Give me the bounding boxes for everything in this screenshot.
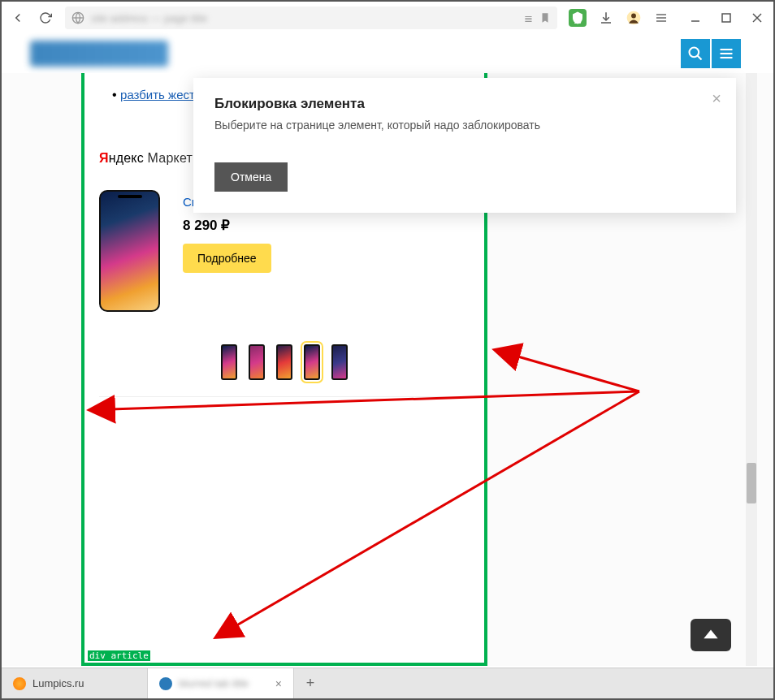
thumbnail[interactable]: [221, 344, 237, 380]
search-button[interactable]: [681, 39, 710, 68]
article-link[interactable]: разбить жестк: [120, 88, 200, 102]
product-image[interactable]: [99, 190, 160, 312]
reload-button[interactable]: [37, 10, 54, 26]
globe-icon: [71, 11, 84, 24]
tab-title: blurred tab title: [179, 677, 249, 689]
svg-marker-17: [704, 630, 717, 639]
window-minimize-button[interactable]: [687, 10, 704, 26]
thumbnail[interactable]: [331, 344, 348, 380]
yandex-market-logo[interactable]: Яндекс Маркет: [99, 151, 193, 166]
dialog-subtitle: Выберите на странице элемент, который на…: [214, 119, 715, 132]
tab-active[interactable]: blurred tab title ×: [148, 668, 294, 698]
element-selector-tag: div article: [88, 650, 150, 661]
favicon: [159, 677, 172, 690]
svg-point-4: [631, 14, 636, 19]
bookmark-icon[interactable]: [539, 12, 551, 24]
adblock-extension-icon[interactable]: 16: [569, 9, 587, 27]
svg-line-13: [698, 56, 702, 60]
tab-close-icon[interactable]: ×: [275, 677, 282, 690]
product-price: 8 290 ₽: [183, 217, 363, 234]
tab-title: Lumpics.ru: [32, 677, 84, 689]
thumbnail[interactable]: [276, 344, 292, 380]
tab[interactable]: Lumpics.ru: [2, 668, 148, 698]
product-thumbnails: [99, 344, 470, 397]
address-bar[interactable]: site address — page title ≣: [65, 6, 557, 29]
tab-strip: Lumpics.ru blurred tab title × +: [2, 668, 773, 698]
site-logo[interactable]: [30, 41, 168, 67]
scroll-to-top-button[interactable]: [691, 619, 731, 651]
profile-button[interactable]: [626, 10, 642, 26]
hamburger-menu-button[interactable]: [712, 39, 741, 68]
block-element-dialog: × Блокировка элемента Выберите на страни…: [193, 78, 736, 213]
menu-button[interactable]: [653, 10, 669, 26]
reader-mode-icon[interactable]: ≣: [524, 12, 533, 24]
address-text: site address — page title: [91, 12, 517, 24]
svg-point-12: [690, 48, 699, 58]
close-icon[interactable]: ×: [712, 89, 721, 108]
back-button[interactable]: [10, 10, 26, 26]
favicon: [13, 677, 26, 690]
window-maximize-button[interactable]: [718, 10, 734, 26]
cancel-button[interactable]: Отмена: [214, 162, 288, 192]
thumbnail-selected[interactable]: [304, 344, 320, 380]
thumbnail[interactable]: [249, 344, 265, 380]
browser-toolbar: site address — page title ≣ 16: [2, 2, 773, 34]
scrollbar-thumb[interactable]: [747, 463, 756, 503]
details-button[interactable]: Подробнее: [183, 244, 271, 273]
vertical-scrollbar[interactable]: [746, 73, 757, 666]
downloads-button[interactable]: [598, 10, 614, 26]
site-header: [2, 34, 773, 73]
window-close-button[interactable]: [749, 10, 765, 26]
svg-rect-9: [722, 14, 730, 22]
new-tab-button[interactable]: +: [294, 668, 327, 698]
dialog-title: Блокировка элемента: [214, 96, 715, 112]
